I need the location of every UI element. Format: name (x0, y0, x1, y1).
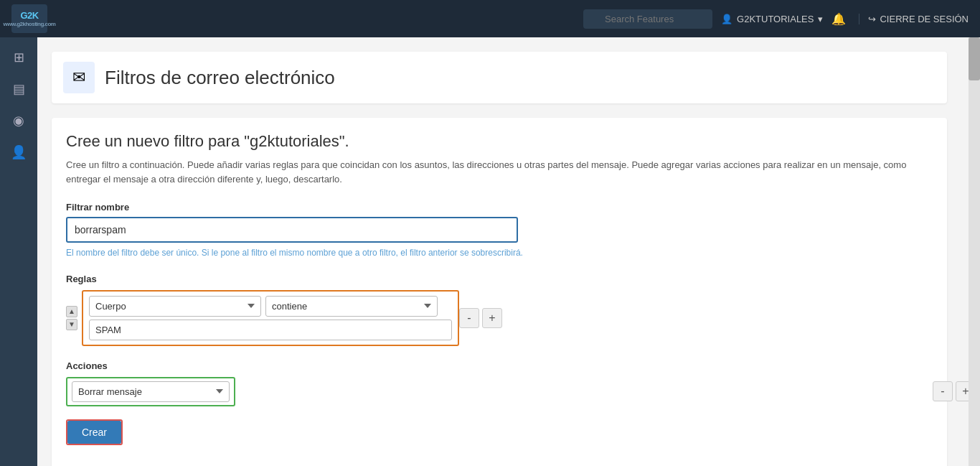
acciones-select-wrapper: Borrar mensaje Guardar en carpeta Reenvi… (66, 377, 235, 406)
logout-label: CIERRE DE SESIÓN (880, 14, 969, 24)
page-title: Filtros de correo electrónico (105, 67, 335, 89)
user-label: G2KTUTORIALES (737, 14, 814, 24)
form-description: Cree un filtro a continuación. Puede aña… (66, 158, 933, 186)
search-wrapper: 🔍 (583, 9, 712, 29)
reglas-text-row (89, 320, 452, 340)
reglas-label: Reglas (66, 274, 933, 284)
user-icon: 👤 (721, 14, 732, 24)
reglas-condition-select[interactable]: contiene no contiene es igual a comienza… (265, 296, 438, 317)
reglas-selects: Cuerpo Asunto De Para contiene no contie… (89, 296, 452, 317)
reglas-pm-buttons: - + (459, 308, 502, 328)
main-content: ✉ Filtros de correo electrónico Cree un … (37, 37, 969, 466)
acciones-select[interactable]: Borrar mensaje Guardar en carpeta Reenvi… (72, 381, 230, 402)
page-icon: ✉ (63, 62, 95, 93)
notifications-bell[interactable]: 🔔 (831, 12, 846, 26)
filter-name-hint: El nombre del filtro debe ser único. Si … (66, 247, 933, 259)
search-input[interactable] (583, 9, 712, 29)
main-layout: ⊞ ▤ ◉ 👤 ✉ Filtros de correo electrónico … (0, 37, 980, 466)
acciones-row: Borrar mensaje Guardar en carpeta Reenvi… (66, 377, 933, 406)
acciones-minus-btn[interactable]: - (933, 381, 953, 401)
acciones-plus-btn[interactable]: + (956, 381, 969, 401)
chevron-down-icon: ▾ (818, 14, 823, 24)
scrollbar[interactable] (969, 37, 980, 466)
scroll-down-btn[interactable]: ▼ (66, 319, 77, 330)
crear-button[interactable]: Crear (67, 421, 121, 444)
form-subtitle: Cree un nuevo filtro para "g2ktutoriales… (66, 132, 933, 151)
logo: G2K www.g2khosting.com (11, 4, 47, 33)
page-header: ✉ Filtros de correo electrónico (52, 52, 947, 103)
brand: G2K www.g2khosting.com (11, 4, 47, 33)
acciones-pm-buttons: - + (933, 381, 969, 401)
logout-icon: ↪ (868, 14, 876, 24)
logout-button[interactable]: ↪ CIERRE DE SESIÓN (859, 14, 969, 24)
user-menu[interactable]: 👤 G2KTUTORIALES ▾ (721, 14, 823, 24)
reglas-minus-btn[interactable]: - (459, 308, 479, 328)
filter-name-input[interactable] (66, 217, 518, 243)
sidebar: ⊞ ▤ ◉ 👤 (0, 37, 37, 466)
reglas-text-input[interactable] (89, 320, 452, 340)
crear-button-wrapper: Crear (66, 419, 123, 445)
acciones-label: Acciones (66, 360, 933, 371)
reglas-plus-btn[interactable]: + (482, 308, 502, 328)
reglas-box: Cuerpo Asunto De Para contiene no contie… (82, 290, 459, 346)
reglas-scroll-buttons: ▲ ▼ (66, 290, 77, 346)
navbar: G2K www.g2khosting.com 🔍 👤 G2KTUTORIALES… (0, 0, 980, 37)
filter-name-label: Filtrar nombre (66, 202, 933, 213)
scrollbar-thumb[interactable] (969, 37, 980, 80)
sidebar-item-chart[interactable]: ▤ (6, 76, 32, 102)
sidebar-item-grid[interactable]: ⊞ (6, 45, 32, 70)
reglas-field-select[interactable]: Cuerpo Asunto De Para (89, 296, 261, 317)
sidebar-item-users[interactable]: 👤 (6, 139, 32, 165)
scroll-up-btn[interactable]: ▲ (66, 306, 77, 317)
sidebar-item-palette[interactable]: ◉ (6, 108, 32, 134)
form-section: Cree un nuevo filtro para "g2ktutoriales… (52, 118, 947, 466)
